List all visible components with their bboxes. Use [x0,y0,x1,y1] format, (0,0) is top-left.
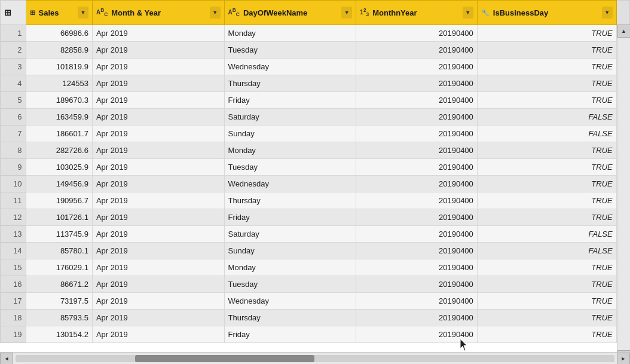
sales-cell: 85793.5 [26,310,92,326]
table-row: 12101726.1Apr 2019Friday20190400TRUE [1,209,630,226]
scroll-track[interactable] [617,38,630,350]
month-year-column-header[interactable]: ABC Month & Year ▼ [92,1,224,25]
month-n-year-cell: 20190400 [356,243,478,259]
table-row: 10149456.9Apr 2019Wednesday20190400TRUE [1,176,630,192]
sales-cell: 163459.9 [26,109,92,126]
month-year-cell: Apr 2019 [92,326,224,343]
month-year-cell: Apr 2019 [92,59,224,75]
day-of-week-cell: Monday [224,25,356,42]
sales-cell: 101819.9 [26,59,92,75]
day-of-week-dropdown-button[interactable]: ▼ [341,7,352,19]
sales-dropdown-button[interactable]: ▼ [78,7,88,19]
sales-cell: 282726.6 [26,142,92,159]
month-n-year-cell: 20190400 [356,59,478,75]
row-number-cell: 8 [1,142,26,159]
month-n-year-dropdown-button[interactable]: ▼ [463,7,473,19]
month-n-year-cell: 20190400 [356,92,478,109]
month-n-year-cell: 20190400 [356,142,478,159]
day-of-week-cell: Saturday [224,109,356,126]
is-business-day-column-header[interactable]: 🔧 IsBusinessDay ▼ [477,1,616,25]
scroll-h-thumb[interactable] [135,355,314,362]
month-n-year-column-header[interactable]: 123 MonthnYear ▼ [356,1,478,25]
month-year-cell: Apr 2019 [92,209,224,226]
day-of-week-col-label: DayOfWeekName [243,8,307,17]
row-number-cell: 2 [1,42,26,59]
scroll-left-button[interactable]: ◄ [0,353,13,365]
month-n-year-col-label: MonthnYear [372,8,417,17]
table-row: 11190956.7Apr 2019Thursday20190400TRUE [1,192,630,209]
sales-cell: 101726.1 [26,209,92,226]
month-year-cell: Apr 2019 [92,126,224,142]
month-year-cell: Apr 2019 [92,192,224,209]
day-of-week-cell: Sunday [224,126,356,142]
table-row: 15176029.1Apr 2019Monday20190400TRUE [1,259,630,276]
table-row: 13113745.9Apr 2019Saturday20190400FALSE [1,226,630,243]
month-n-year-cell: 20190400 [356,176,478,192]
day-of-week-cell: Wednesday [224,59,356,75]
row-number-cell: 4 [1,75,26,92]
sales-col-icon: ⊞ [30,9,35,17]
is-business-day-col-icon: 🔧 [481,9,490,17]
month-year-col-icon: ABC [96,7,108,17]
table-row: 1485780.1Apr 2019Sunday20190400FALSE [1,243,630,259]
month-n-year-cell: 20190400 [356,310,478,326]
month-year-cell: Apr 2019 [92,92,224,109]
day-of-week-cell: Wednesday [224,176,356,192]
table-row: 9103025.9Apr 2019Tuesday20190400TRUE [1,159,630,176]
sales-cell: 190956.7 [26,192,92,209]
sales-cell: 130154.2 [26,326,92,343]
month-n-year-cell: 20190400 [356,226,478,243]
month-n-year-cell: 20190400 [356,126,478,142]
month-year-dropdown-button[interactable]: ▼ [210,7,221,19]
month-n-year-cell: 20190400 [356,293,478,310]
vertical-scrollbar[interactable]: ▲ ▼ [617,25,630,363]
header-scroll-spacer [616,1,629,25]
is-business-day-cell: FALSE [477,243,616,259]
sales-cell: 176029.1 [26,259,92,276]
month-year-cell: Apr 2019 [92,142,224,159]
sales-cell: 189670.3 [26,92,92,109]
is-business-day-cell: TRUE [477,276,616,293]
month-n-year-cell: 20190400 [356,276,478,293]
row-number-cell: 1 [1,25,26,42]
month-year-cell: Apr 2019 [92,293,224,310]
sales-cell: 149456.9 [26,176,92,192]
scroll-h-track[interactable] [16,355,614,362]
table-row: 4124553Apr 2019Thursday20190400TRUE [1,75,630,92]
is-business-day-cell: TRUE [477,142,616,159]
row-num-header: ⊞ [1,1,26,25]
sales-cell: 186601.7 [26,126,92,142]
sales-cell: 82858.9 [26,42,92,59]
sales-cell: 85780.1 [26,243,92,259]
sales-column-header[interactable]: ⊞ Sales ▼ [26,1,92,25]
sales-col-label: Sales [39,8,59,17]
is-business-day-dropdown-button[interactable]: ▼ [602,7,613,19]
sales-cell: 103025.9 [26,159,92,176]
month-year-cell: Apr 2019 [92,159,224,176]
month-n-year-cell: 20190400 [356,25,478,42]
horizontal-scrollbar[interactable]: ◄ ► [0,352,630,364]
is-business-day-col-label: IsBusinessDay [493,8,549,17]
table-row: 6163459.9Apr 2019Saturday20190400FALSE [1,109,630,126]
table-row: 1885793.5Apr 2019Thursday20190400TRUE [1,310,630,326]
month-n-year-cell: 20190400 [356,259,478,276]
is-business-day-cell: TRUE [477,192,616,209]
is-business-day-cell: TRUE [477,59,616,75]
sales-cell: 66986.6 [26,25,92,42]
month-n-year-cell: 20190400 [356,209,478,226]
day-of-week-col-icon: ABC [228,7,240,17]
day-of-week-cell: Tuesday [224,159,356,176]
month-year-cell: Apr 2019 [92,75,224,92]
is-business-day-cell: TRUE [477,293,616,310]
scroll-up-button[interactable]: ▲ [617,25,631,38]
day-of-week-column-header[interactable]: ABC DayOfWeekName ▼ [224,1,356,25]
month-year-cell: Apr 2019 [92,310,224,326]
table-row: 7186601.7Apr 2019Sunday20190400FALSE [1,126,630,142]
row-number-cell: 19 [1,326,26,343]
sales-cell: 124553 [26,75,92,92]
row-number-cell: 18 [1,310,26,326]
scroll-right-button[interactable]: ► [617,353,630,365]
is-business-day-cell: FALSE [477,126,616,142]
row-number-cell: 13 [1,226,26,243]
day-of-week-cell: Monday [224,259,356,276]
